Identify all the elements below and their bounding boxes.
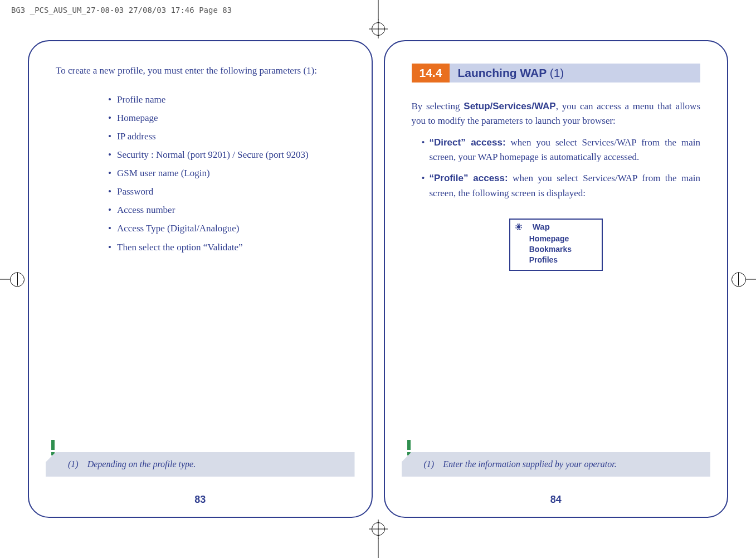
list-item: Security : Normal (port 9201) / Secure (… <box>117 145 345 164</box>
bullet-label: “Direct” access: <box>430 137 506 148</box>
section-title: Launching WAP (1) <box>450 64 700 83</box>
registration-mark-icon <box>731 279 756 279</box>
list-item: Access number <box>117 201 345 219</box>
phone-screen-title: Wap <box>533 222 550 231</box>
list-item: Access Type (Digital/Analogue) <box>117 219 345 237</box>
registration-mark-icon <box>372 522 385 536</box>
registration-mark-icon <box>372 22 385 36</box>
phone-screen-mock: Wap Homepage Bookmarks Profiles <box>509 219 603 271</box>
crop-mark <box>378 0 378 20</box>
list-item: Password <box>117 182 345 201</box>
page-spread: To create a new profile, you must enter … <box>28 40 728 518</box>
param-list: Profile name Homepage IP address Securit… <box>56 90 345 256</box>
crop-mark <box>378 538 378 558</box>
list-item: GSM user name (Login) <box>117 164 345 182</box>
footnote: (1) Depending on the profile type. <box>46 452 355 477</box>
section-heading: 14.4 Launching WAP (1) <box>412 64 701 83</box>
text: By selecting <box>412 101 464 111</box>
body-bullet: “Profile” access: when you select Servic… <box>412 171 701 201</box>
intro-text: To create a new profile, you must enter … <box>56 64 345 78</box>
menu-path: Setup/Services/WAP <box>464 101 555 111</box>
page-left: To create a new profile, you must enter … <box>28 40 373 518</box>
body-bullet: “Direct” access: when you select Service… <box>412 135 701 165</box>
page-number: 83 <box>29 494 372 506</box>
list-item: Then select the option “Validate” <box>117 238 345 256</box>
registration-mark-icon <box>0 279 25 279</box>
phone-menu-item: Profiles <box>515 255 597 265</box>
print-slug: BG3 _PCS_AUS_UM_27-08-03 27/08/03 17:46 … <box>11 6 232 14</box>
wap-globe-icon <box>515 223 523 231</box>
section-number: 14.4 <box>412 64 450 83</box>
footnote: (1) Enter the information supplied by yo… <box>402 452 711 477</box>
phone-menu-item: Bookmarks <box>515 244 597 255</box>
page-number: 84 <box>385 494 728 506</box>
list-item: Profile name <box>117 90 345 109</box>
page-right: 14.4 Launching WAP (1) By selecting Setu… <box>384 40 729 518</box>
phone-menu-item: Homepage <box>515 234 597 244</box>
list-item: IP address <box>117 127 345 145</box>
list-item: Homepage <box>117 109 345 127</box>
body-paragraph: By selecting Setup/Services/WAP, you can… <box>412 99 701 129</box>
section-title-bold: Launching WAP <box>457 66 549 79</box>
bullet-label: “Profile” access: <box>430 173 508 183</box>
section-title-tail: (1) <box>550 66 564 79</box>
